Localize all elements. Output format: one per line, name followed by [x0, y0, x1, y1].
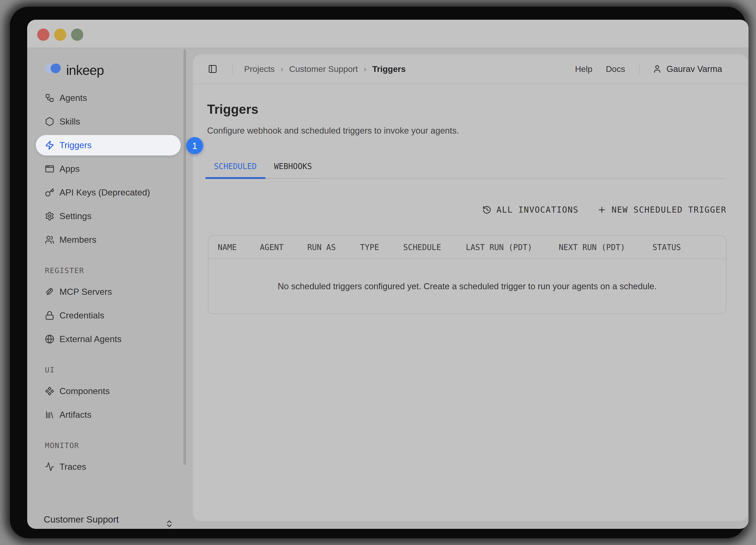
globe-icon	[45, 334, 54, 344]
all-invocations-button[interactable]: ALL INVOCATIONS	[482, 205, 579, 214]
sidebar-item-label: Credentials	[59, 310, 104, 321]
page-title: Triggers	[207, 102, 258, 117]
inkeep-logo[interactable]: inkeep	[43, 62, 104, 78]
column-run-as: RUN AS	[307, 243, 336, 252]
all-invocations-label: ALL INVOCATIONS	[497, 205, 579, 214]
column-status: STATUS	[652, 243, 681, 252]
sidebar-scrollbar[interactable]	[183, 49, 186, 465]
sidebar-item-settings[interactable]: Settings	[27, 204, 193, 228]
triggers-table: NAME AGENT RUN AS TYPE SCHEDULE LAST RUN…	[208, 235, 726, 314]
plus-icon	[597, 205, 606, 214]
project-name: Customer Support	[44, 514, 119, 525]
close-button[interactable]	[37, 29, 49, 41]
workflow-icon	[45, 93, 54, 103]
header-divider	[232, 63, 233, 74]
empty-state-message: No scheduled triggers configured yet. Cr…	[208, 259, 726, 314]
sidebar-toggle-button[interactable]	[208, 64, 217, 74]
column-type: TYPE	[360, 243, 379, 252]
new-scheduled-trigger-label: NEW SCHEDULED TRIGGER	[611, 205, 726, 214]
user-name: Gaurav Varma	[666, 64, 722, 74]
docs-link[interactable]: Docs	[606, 64, 625, 74]
sidebar-item-agents[interactable]: Agents	[27, 86, 193, 110]
sidebar-section-ui: UI	[45, 366, 193, 374]
hexagon-icon	[45, 117, 54, 126]
sidebar-item-label: Traces	[59, 462, 86, 472]
sidebar-item-apps[interactable]: Apps	[27, 157, 193, 181]
history-icon	[482, 205, 491, 214]
header-divider	[639, 63, 640, 74]
sidebar-item-label: Artifacts	[59, 410, 92, 420]
column-agent: AGENT	[260, 243, 283, 252]
column-schedule: SCHEDULE	[403, 243, 441, 252]
inkeep-logo-icon	[43, 62, 64, 78]
tab-webhooks[interactable]: WEBHOOKS	[265, 162, 321, 178]
sidebar-section-register: REGISTER	[45, 266, 193, 275]
sidebar-item-api-keys[interactable]: API Keys (Deprecated)	[27, 181, 193, 204]
column-next-run: NEXT RUN (PDT)	[559, 243, 625, 252]
sidebar-item-artifacts[interactable]: Artifacts	[27, 403, 193, 427]
minimize-button[interactable]	[54, 29, 66, 41]
help-link[interactable]: Help	[575, 64, 592, 74]
sidebar-item-label: MCP Servers	[59, 287, 112, 297]
fullscreen-button[interactable]	[71, 29, 83, 41]
page-description: Configure webhook and scheduled triggers…	[207, 126, 459, 135]
new-scheduled-trigger-button[interactable]: NEW SCHEDULED TRIGGER	[597, 205, 726, 214]
zap-icon	[45, 140, 54, 150]
logo-wordmark: inkeep	[66, 62, 104, 78]
users-icon	[45, 235, 54, 244]
main-panel: Projects › Customer Support › Triggers H…	[193, 54, 748, 521]
breadcrumb-customer-support[interactable]: Customer Support	[289, 64, 358, 74]
actions-row: ALL INVOCATIONS NEW SCHEDULED TRIGGER	[207, 205, 726, 214]
sidebar-item-label: Members	[59, 235, 96, 245]
sidebar-section-monitor: MONITOR	[45, 441, 193, 450]
chevrons-up-down-icon	[165, 519, 174, 528]
user-menu[interactable]: Gaurav Varma	[653, 64, 722, 74]
sidebar-item-label: Settings	[59, 211, 92, 221]
column-last-run: LAST RUN (PDT)	[466, 243, 532, 252]
titlebar	[27, 20, 749, 48]
sidebar-item-triggers[interactable]: Triggers	[27, 133, 193, 157]
lock-icon	[45, 311, 54, 320]
sidebar-nav: Agents Skills Triggers Apps	[27, 86, 193, 479]
device-frame: inkeep Agents Skills Triggers	[10, 7, 746, 538]
gear-icon	[45, 211, 54, 221]
activity-icon	[45, 462, 54, 472]
sidebar-item-components[interactable]: Components	[27, 379, 193, 403]
sidebar-item-label: Skills	[59, 116, 80, 127]
tabs: SCHEDULED WEBHOOKS	[205, 162, 321, 178]
sidebar-item-mcp-servers[interactable]: MCP Servers	[27, 280, 193, 304]
breadcrumb-projects[interactable]: Projects	[244, 64, 275, 74]
sidebar-item-skills[interactable]: Skills	[27, 110, 193, 133]
sidebar-item-label: API Keys (Deprecated)	[59, 187, 150, 198]
user-icon	[653, 64, 662, 73]
header-right: Help Docs Gaurav Varma	[562, 63, 722, 74]
sidebar: inkeep Agents Skills Triggers	[27, 48, 193, 529]
sidebar-item-label: External Agents	[59, 334, 121, 344]
sidebar-item-label: Components	[59, 386, 110, 396]
sidebar-item-traces[interactable]: Traces	[27, 455, 193, 479]
breadcrumb-separator: ›	[281, 65, 283, 73]
breadcrumb: Projects › Customer Support › Triggers	[244, 64, 406, 74]
app-window-icon	[45, 164, 54, 173]
breadcrumb-triggers: Triggers	[372, 64, 406, 74]
tab-scheduled[interactable]: SCHEDULED	[205, 162, 265, 178]
sidebar-item-label: Triggers	[59, 140, 92, 150]
sidebar-item-label: Apps	[59, 164, 80, 174]
mcp-icon	[45, 287, 54, 297]
annotation-step-badge: 1	[186, 137, 203, 154]
library-icon	[45, 410, 54, 420]
project-switcher[interactable]: Customer Support default	[27, 510, 193, 529]
column-name: NAME	[218, 243, 237, 252]
sidebar-item-external-agents[interactable]: External Agents	[27, 327, 193, 351]
app-window: inkeep Agents Skills Triggers	[27, 20, 749, 529]
sidebar-item-label: Agents	[59, 93, 87, 103]
table-header: NAME AGENT RUN AS TYPE SCHEDULE LAST RUN…	[208, 236, 726, 259]
key-icon	[45, 188, 54, 197]
breadcrumb-separator: ›	[364, 65, 366, 73]
component-icon	[45, 386, 54, 396]
panel-header: Projects › Customer Support › Triggers H…	[193, 54, 748, 84]
sidebar-item-members[interactable]: Members	[27, 228, 193, 251]
sidebar-item-credentials[interactable]: Credentials	[27, 304, 193, 327]
